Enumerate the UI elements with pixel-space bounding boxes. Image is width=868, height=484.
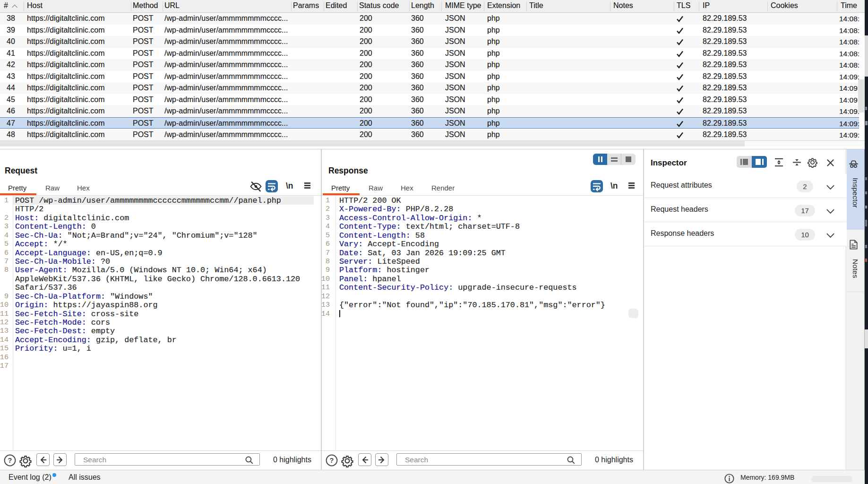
svg-text:?: ? xyxy=(330,457,334,464)
svg-text:?: ? xyxy=(8,457,12,464)
